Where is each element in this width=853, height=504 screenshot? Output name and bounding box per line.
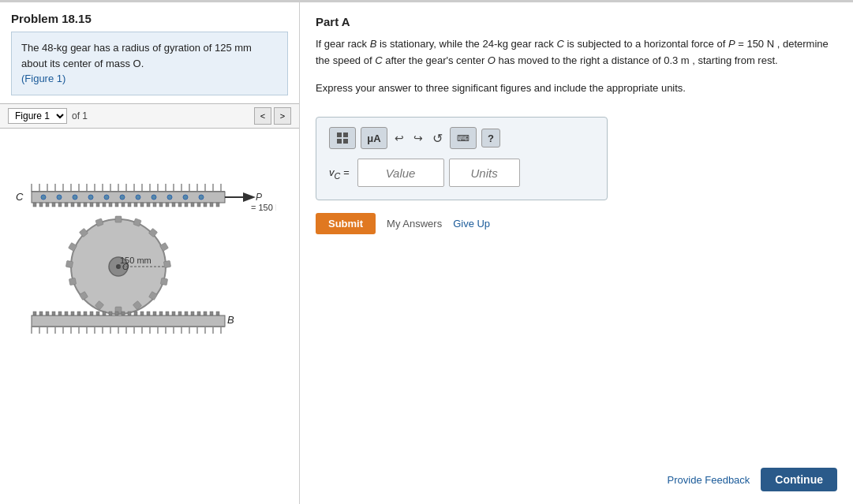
my-answers-link[interactable]: My Answers <box>387 218 442 230</box>
svg-rect-84 <box>69 278 76 285</box>
svg-rect-102 <box>84 312 87 315</box>
express-instructions: Express your answer to three significant… <box>316 80 837 97</box>
svg-rect-31 <box>58 203 62 207</box>
mu-button[interactable]: μΑ <box>361 127 387 149</box>
svg-rect-35 <box>84 203 87 207</box>
svg-text:C: C <box>16 191 24 203</box>
svg-point-66 <box>183 195 188 200</box>
svg-rect-85 <box>65 260 73 267</box>
input-row: vC = <box>329 159 594 187</box>
svg-point-58 <box>57 195 62 200</box>
svg-point-57 <box>41 195 46 200</box>
svg-rect-44 <box>140 203 144 207</box>
svg-rect-110 <box>134 312 137 315</box>
svg-rect-40 <box>115 203 118 207</box>
figure-next-button[interactable]: > <box>274 107 291 125</box>
svg-rect-56 <box>216 203 219 207</box>
svg-rect-95 <box>39 312 43 315</box>
svg-rect-104 <box>96 312 99 315</box>
answer-box: μΑ ↩ ↪ ↺ ⌨ ? vC = <box>316 117 608 200</box>
figure-link[interactable]: (Figure 1) <box>21 73 65 84</box>
svg-rect-113 <box>153 312 156 315</box>
svg-rect-115 <box>166 312 169 315</box>
svg-rect-122 <box>210 312 213 315</box>
svg-rect-28 <box>39 203 43 207</box>
svg-rect-97 <box>52 312 55 315</box>
svg-rect-34 <box>77 203 80 207</box>
svg-rect-41 <box>122 203 125 207</box>
svg-point-63 <box>136 195 140 200</box>
svg-rect-39 <box>109 203 112 207</box>
svg-rect-120 <box>197 312 200 315</box>
svg-rect-36 <box>90 203 93 207</box>
figure-area: P = 150 N C <box>0 129 299 505</box>
svg-rect-94 <box>33 312 36 315</box>
figure-select[interactable]: Figure 1 <box>8 108 67 124</box>
svg-rect-96 <box>46 312 49 315</box>
svg-rect-73 <box>115 216 122 222</box>
svg-rect-48 <box>166 203 169 207</box>
svg-rect-45 <box>147 203 150 207</box>
keyboard-button[interactable]: ⌨ <box>450 127 477 149</box>
description-text: The 48-kg gear has a radius of gyration … <box>21 42 252 69</box>
svg-rect-54 <box>204 203 207 207</box>
continue-button[interactable]: Continue <box>761 468 837 491</box>
svg-rect-77 <box>163 260 170 267</box>
svg-rect-108 <box>122 312 125 315</box>
svg-rect-50 <box>178 203 181 207</box>
svg-rect-106 <box>109 312 112 315</box>
svg-rect-152 <box>337 133 342 137</box>
svg-point-59 <box>73 195 77 200</box>
svg-text:B: B <box>227 314 234 326</box>
svg-rect-32 <box>65 203 68 207</box>
svg-rect-27 <box>33 203 36 207</box>
figure-svg: P = 150 N C <box>8 136 276 381</box>
figure-controls: Figure 1 of 1 < > <box>0 103 299 129</box>
problem-title: Problem 18.15 <box>0 2 299 32</box>
left-panel: Problem 18.15 The 48-kg gear has a radiu… <box>0 2 300 504</box>
svg-rect-101 <box>77 312 80 315</box>
give-up-link[interactable]: Give Up <box>453 218 490 230</box>
redo-button[interactable]: ↪ <box>411 130 425 146</box>
svg-rect-53 <box>197 203 200 207</box>
svg-point-65 <box>167 195 172 200</box>
svg-point-64 <box>152 195 156 200</box>
submit-row: Submit My Answers Give Up <box>316 213 837 234</box>
svg-text:= 150 N: = 150 N <box>251 203 276 212</box>
help-button[interactable]: ? <box>481 129 500 147</box>
svg-rect-51 <box>185 203 188 207</box>
svg-rect-38 <box>103 203 106 207</box>
figure-prev-button[interactable]: < <box>254 107 271 125</box>
figure-of-label: of 1 <box>72 110 88 121</box>
svg-rect-107 <box>115 312 118 315</box>
svg-rect-100 <box>71 312 74 315</box>
svg-rect-43 <box>134 203 137 207</box>
toolbar: μΑ ↩ ↪ ↺ ⌨ ? <box>329 127 594 149</box>
units-input[interactable] <box>449 159 520 187</box>
provide-feedback-link[interactable]: Provide Feedback <box>668 474 750 486</box>
submit-button[interactable]: Submit <box>316 213 376 234</box>
svg-rect-98 <box>58 312 62 315</box>
svg-rect-116 <box>172 312 175 315</box>
svg-rect-99 <box>65 312 68 315</box>
value-input[interactable] <box>357 159 444 187</box>
svg-rect-109 <box>128 312 131 315</box>
svg-rect-121 <box>204 312 207 315</box>
svg-rect-154 <box>337 139 342 144</box>
svg-rect-42 <box>128 203 131 207</box>
refresh-button[interactable]: ↺ <box>430 129 445 147</box>
undo-button[interactable]: ↩ <box>392 130 406 146</box>
problem-description: The 48-kg gear has a radius of gyration … <box>11 32 288 95</box>
svg-rect-114 <box>159 312 163 315</box>
right-panel: Part A If gear rack B is stationary, whi… <box>300 2 853 504</box>
svg-rect-33 <box>71 203 74 207</box>
matrix-button[interactable] <box>329 127 356 149</box>
svg-rect-153 <box>343 133 348 137</box>
svg-rect-49 <box>172 203 175 207</box>
vc-label: vC = <box>329 166 350 181</box>
svg-rect-119 <box>191 312 194 315</box>
svg-text:P: P <box>256 192 262 203</box>
svg-rect-78 <box>160 278 167 285</box>
svg-rect-37 <box>96 203 99 207</box>
svg-rect-105 <box>103 312 106 315</box>
